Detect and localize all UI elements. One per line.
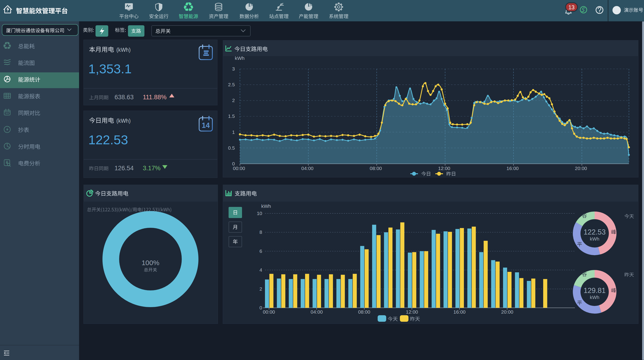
svg-text:08:00: 08:00 (358, 309, 370, 314)
svg-text:16:00: 16:00 (506, 166, 519, 171)
svg-text:1.5: 1.5 (228, 113, 235, 119)
svg-text:20:00: 20:00 (501, 309, 514, 314)
svg-text:(kWh): (kWh) (116, 47, 130, 53)
svg-text:kWh: kWh (261, 203, 271, 209)
svg-text:0.5: 0.5 (228, 145, 235, 151)
svg-text:14: 14 (202, 121, 210, 129)
svg-text:2: 2 (232, 98, 235, 103)
svg-text:kWh: kWh (590, 236, 600, 241)
svg-text:638.63: 638.63 (114, 94, 134, 101)
svg-text:12:00: 12:00 (406, 309, 418, 314)
svg-text:kWh: kWh (590, 295, 600, 300)
svg-text:04:00: 04:00 (311, 309, 323, 314)
svg-text:0: 0 (260, 305, 262, 310)
svg-text:16:00: 16:00 (454, 309, 466, 314)
svg-text:20:00: 20:00 (575, 166, 587, 171)
svg-text:1,353.1: 1,353.1 (88, 62, 132, 76)
svg-text:100%: 100% (142, 259, 160, 266)
svg-text:13: 13 (568, 4, 575, 11)
svg-text:2: 2 (260, 286, 262, 291)
svg-text:8: 8 (260, 229, 262, 235)
svg-text:04:00: 04:00 (301, 166, 314, 171)
svg-text:122.53: 122.53 (584, 228, 606, 236)
svg-text:08:00: 08:00 (370, 166, 382, 171)
svg-text:00:00: 00:00 (263, 309, 275, 314)
svg-text:2.5: 2.5 (228, 82, 235, 87)
svg-text:3.17%: 3.17% (143, 165, 161, 172)
svg-text:111.88%: 111.88% (143, 94, 167, 101)
svg-text:12:00: 12:00 (438, 166, 450, 171)
svg-text:129.81: 129.81 (584, 286, 606, 295)
svg-text:1: 1 (232, 129, 235, 135)
svg-text:10: 10 (257, 211, 262, 216)
svg-text:122.53: 122.53 (88, 132, 128, 147)
svg-text:(kWh): (kWh) (116, 118, 130, 124)
svg-text:00:00: 00:00 (233, 166, 245, 171)
svg-text:4: 4 (260, 267, 262, 272)
svg-text:3: 3 (232, 66, 235, 72)
svg-text:6: 6 (260, 248, 262, 254)
svg-text:126.54: 126.54 (114, 165, 134, 172)
svg-text:kWh: kWh (235, 56, 244, 61)
